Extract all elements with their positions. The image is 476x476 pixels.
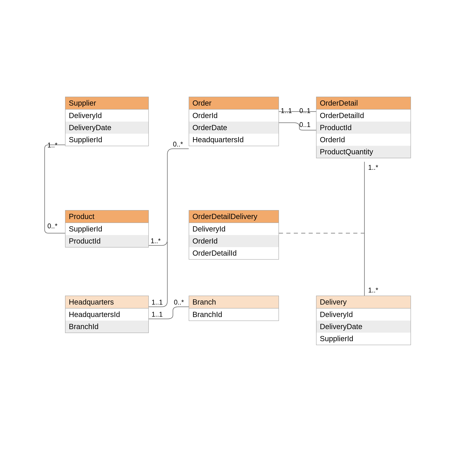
entity-attr: BranchId [66, 321, 148, 333]
multiplicity-label: 0..* [174, 298, 184, 306]
multiplicity-label: 1..* [368, 286, 378, 294]
entity-attr: SupplierId [66, 223, 148, 235]
entity-attr: OrderId [189, 110, 279, 122]
entity-attr: HeadquartersId [189, 134, 279, 146]
entity-attr: ProductId [66, 235, 148, 247]
entity-orderdetail: OrderDetail OrderDetailId ProductId Orde… [316, 97, 411, 158]
entity-attr: OrderDetailId [189, 247, 279, 259]
entity-attr: ProductQuantity [316, 146, 410, 158]
multiplicity-label: 1..* [151, 237, 161, 245]
entity-attr: OrderId [316, 134, 410, 146]
entity-delivery: Delivery DeliveryId DeliveryDate Supplie… [316, 296, 411, 345]
entity-title: Delivery [316, 296, 410, 308]
entity-title: Branch [189, 296, 279, 308]
multiplicity-label: 0..1 [299, 121, 310, 129]
entity-attr: OrderId [189, 235, 279, 247]
entity-title: Product [66, 210, 148, 223]
entity-branch: Branch BranchId [189, 296, 279, 321]
entity-headquarters: Headquarters HeadquartersId BranchId [65, 296, 149, 333]
entity-product: Product SupplierId ProductId [65, 210, 149, 247]
entity-order: Order OrderId OrderDate HeadquartersId [189, 97, 279, 146]
entity-attr: SupplierId [66, 134, 148, 146]
entity-attr: DeliveryId [189, 223, 279, 235]
er-diagram: Supplier DeliveryId DeliveryDate Supplie… [0, 0, 476, 476]
entity-title: OrderDetailDelivery [189, 210, 279, 223]
entity-supplier: Supplier DeliveryId DeliveryDate Supplie… [65, 97, 149, 146]
multiplicity-label: 1..* [47, 141, 57, 149]
entity-attr: ProductId [316, 122, 410, 134]
entity-attr: DeliveryId [316, 308, 410, 321]
entity-title: Supplier [66, 97, 148, 110]
multiplicity-label: 1..1 [281, 107, 292, 115]
entity-title: Order [189, 97, 279, 110]
multiplicity-label: 1..1 [152, 310, 163, 318]
entity-attr: HeadquartersId [66, 308, 148, 321]
multiplicity-label: 0..1 [299, 107, 310, 115]
entity-attr: BranchId [189, 308, 279, 321]
entity-title: Headquarters [66, 296, 148, 308]
multiplicity-label: 0..* [173, 140, 183, 148]
entity-orderdetaildelivery: OrderDetailDelivery DeliveryId OrderId O… [189, 210, 279, 260]
entity-attr: OrderDate [189, 122, 279, 134]
multiplicity-label: 0..* [47, 222, 57, 230]
multiplicity-label: 1..* [368, 164, 378, 171]
entity-title: OrderDetail [316, 97, 410, 110]
entity-attr: DeliveryDate [66, 122, 148, 134]
entity-attr: DeliveryId [66, 110, 148, 122]
entity-attr: OrderDetailId [316, 110, 410, 122]
entity-attr: DeliveryDate [316, 321, 410, 333]
entity-attr: SupplierId [316, 333, 410, 345]
multiplicity-label: 1..1 [152, 298, 163, 306]
